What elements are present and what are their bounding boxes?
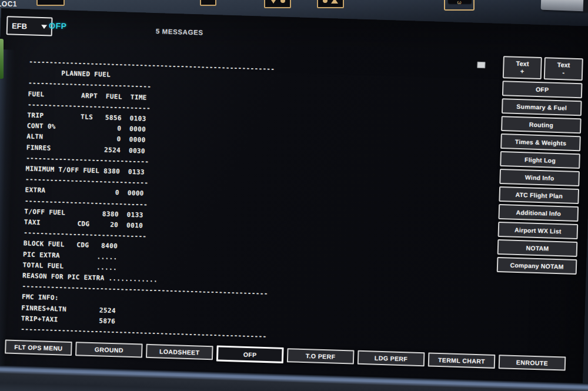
sidebar-item-summary-fuel[interactable]: Summary & Fuel xyxy=(502,98,582,116)
text-increase-button[interactable]: Text + xyxy=(503,56,542,79)
tab-ofp[interactable]: OFP xyxy=(216,345,284,363)
window-terrain-sliver xyxy=(0,39,4,79)
down-arrow-icon xyxy=(270,0,277,4)
panel-placard-icon xyxy=(200,0,216,6)
sidebar-item-ofp[interactable]: OFP xyxy=(502,81,583,98)
bottom-nav: FLT OPS MENU GROUND LOADSHEET OFP T.O PE… xyxy=(5,339,566,372)
panel-rocker-switch[interactable] xyxy=(541,0,586,11)
antenna-icon: ω xyxy=(457,0,461,5)
dot-icon xyxy=(323,0,328,3)
sidebar-item-company-notam[interactable]: Company NOTAM xyxy=(497,257,577,275)
panel-placard-label: LOC1 xyxy=(0,0,17,8)
sidebar-item-airport-wx-list[interactable]: Airport WX List xyxy=(498,222,579,239)
sidebar-item-notam[interactable]: NOTAM xyxy=(497,239,578,257)
dot-icon xyxy=(280,0,285,3)
tab-ground[interactable]: GROUND xyxy=(75,342,143,357)
panel-placard-icon xyxy=(36,0,65,6)
up-arrow-icon xyxy=(331,0,338,4)
sidebar-item-atc-flight-plan[interactable]: ATC Flight Plan xyxy=(499,186,579,204)
device-selector-value: EFB xyxy=(12,21,27,31)
text-increase-label: Text xyxy=(516,60,529,68)
text-decrease-label: Text xyxy=(557,61,570,69)
panel-arrow-down-placard-icon xyxy=(264,0,291,8)
sidebar-item-additional-info[interactable]: Additional Info xyxy=(498,204,579,222)
chevron-down-icon xyxy=(41,25,47,29)
tab-enroute[interactable]: ENROUTE xyxy=(499,355,566,370)
tab-loadsheet[interactable]: LOADSHEET xyxy=(146,344,213,360)
scroll-indicator xyxy=(477,62,485,68)
page-title: OFP xyxy=(49,21,67,31)
screen-left-bezel xyxy=(0,49,15,367)
tab-ldg-perf[interactable]: LDG PERF xyxy=(358,350,425,366)
ofp-sidebar: Text + Text - OFP Summary & Fuel Routing… xyxy=(497,56,583,275)
panel-arrow-up-placard-icon xyxy=(317,0,344,8)
messages-indicator[interactable]: 5 MESSAGES xyxy=(156,28,203,36)
tab-terml-chart[interactable]: TERML CHART xyxy=(428,352,496,368)
ofp-document[interactable]: ----------------------------------------… xyxy=(21,56,275,342)
device-selector-dropdown[interactable]: EFB xyxy=(6,16,53,36)
tab-flt-ops-menu[interactable]: FLT OPS MENU xyxy=(5,339,72,355)
sidebar-item-times-weights[interactable]: Times & Weights xyxy=(500,133,581,151)
sidebar-item-wind-info[interactable]: Wind Info xyxy=(499,169,580,186)
efb-screen: EFB OFP 5 MESSAGES ---------------------… xyxy=(0,8,588,391)
sidebar-item-flight-log[interactable]: Flight Log xyxy=(500,151,580,169)
panel-knob-placard-icon: ω xyxy=(444,0,475,11)
minus-icon: - xyxy=(562,69,564,76)
plus-icon: + xyxy=(520,68,524,75)
text-decrease-button[interactable]: Text - xyxy=(544,57,583,81)
sidebar-item-routing[interactable]: Routing xyxy=(501,116,582,133)
tab-to-perf[interactable]: T.O PERF xyxy=(287,348,355,364)
